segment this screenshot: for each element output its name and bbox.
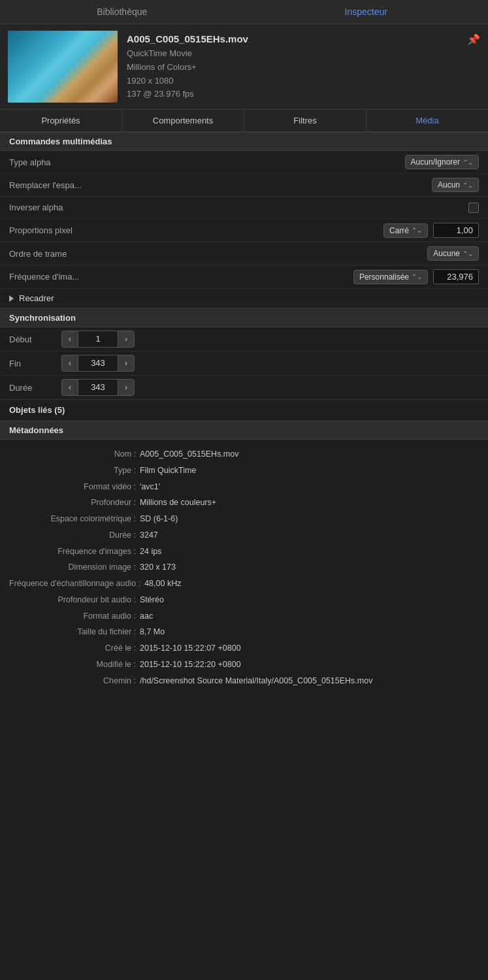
chevron-down-icon-4: ⌃⌄: [463, 250, 473, 257]
metadata-row: Nom :A005_C005_0515EHs.mov: [0, 446, 488, 463]
meta-val: A005_C005_0515EHs.mov: [140, 448, 479, 461]
metadata-row: Format vidéo :'avc1': [0, 479, 488, 495]
file-info: A005_C005_0515EHs.mov QuickTime Movie Mi…: [0, 24, 488, 110]
fin-increment-button[interactable]: ›: [118, 355, 135, 372]
metadata-row: Format audio :aac: [0, 608, 488, 625]
meta-val: 48,00 kHz: [144, 578, 479, 590]
ordre-trame-dropdown[interactable]: Aucune ⌃⌄: [427, 246, 479, 261]
metadata-header: Métadonnées: [0, 421, 488, 440]
file-details: A005_C005_0515EHs.mov QuickTime Movie Mi…: [127, 31, 458, 101]
meta-key: Fréquence d'échantillonnage audio :: [9, 578, 144, 590]
ordre-trame-value: Aucune ⌃⌄: [127, 246, 479, 261]
meta-key: Fréquence d'images :: [9, 546, 140, 558]
remplacer-value: Aucun ⌃⌄: [127, 178, 479, 192]
tab-inspector[interactable]: Inspecteur: [244, 0, 489, 24]
file-name: A005_C005_0515EHs.mov: [127, 33, 458, 44]
meta-key: Profondeur :: [9, 497, 140, 509]
metadata-row: Modifié le :2015-12-10 15:22:20 +0800: [0, 657, 488, 673]
header-tabs: Bibliothèque Inspecteur: [0, 0, 488, 24]
meta-key: Format audio :: [9, 610, 140, 623]
meta-val: Millions de couleurs+: [140, 497, 479, 509]
meta-val: /hd/Screenshot Source Material/Italy/A00…: [140, 675, 479, 687]
meta-val: 2015-12-10 15:22:20 +0800: [140, 659, 479, 671]
meta-val: Film QuickTime: [140, 465, 479, 477]
duree-decrement-button[interactable]: ‹: [61, 379, 78, 396]
debut-value: 1: [78, 331, 118, 348]
ordre-trame-row: Ordre de trame Aucune ⌃⌄: [0, 242, 488, 265]
sync-header: Synchronisation: [0, 308, 488, 327]
meta-val: 24 ips: [140, 546, 479, 558]
recadrer-row[interactable]: Recadrer: [0, 289, 488, 308]
meta-key: Chemin :: [9, 675, 140, 687]
proportions-row: Proportions pixel Carré ⌃⌄ 1,00: [0, 219, 488, 242]
debut-increment-button[interactable]: ›: [118, 331, 135, 348]
thumbnail-image: [8, 31, 118, 103]
fin-decrement-button[interactable]: ‹: [61, 355, 78, 372]
frequence-number-field[interactable]: 23,976: [433, 269, 479, 284]
tab-proprietes[interactable]: Propriétés: [0, 110, 122, 131]
file-resolution: 1920 x 1080: [127, 74, 458, 88]
metadata-row: Profondeur :Millions de couleurs+: [0, 495, 488, 511]
meta-key: Type :: [9, 465, 140, 477]
metadata-row: Durée :3247: [0, 527, 488, 544]
ordre-trame-label: Ordre de trame: [9, 249, 127, 259]
objets-lies-row[interactable]: Objets liés (5): [0, 400, 488, 421]
frequence-dropdown[interactable]: Personnalisée ⌃⌄: [353, 270, 428, 284]
proportions-dropdown-label: Carré: [389, 226, 409, 235]
file-format: QuickTime Movie: [127, 47, 458, 61]
frequence-label: Fréquence d'ima...: [9, 272, 127, 282]
sub-tabs: Propriétés Comportements Filtres Média: [0, 110, 488, 132]
inverser-alpha-row: Inverser alpha: [0, 197, 488, 219]
file-colors: Millions of Colors+: [127, 61, 458, 74]
chevron-down-icon-3: ⌃⌄: [412, 227, 422, 234]
type-alpha-dropdown[interactable]: Aucun/Ignorer ⌃⌄: [405, 155, 479, 169]
frequence-row: Fréquence d'ima... Personnalisée ⌃⌄ 23,9…: [0, 265, 488, 289]
meta-key: Dimension image :: [9, 561, 140, 574]
debut-label: Début: [9, 335, 61, 344]
meta-val: 3247: [140, 529, 479, 542]
debut-decrement-button[interactable]: ‹: [61, 331, 78, 348]
duree-increment-button[interactable]: ›: [118, 379, 135, 396]
objets-lies-label: Objets liés (5): [9, 405, 65, 415]
type-alpha-row: Type alpha Aucun/Ignorer ⌃⌄: [0, 151, 488, 174]
tab-filtres[interactable]: Filtres: [244, 110, 366, 131]
metadata-row: Chemin :/hd/Screenshot Source Material/I…: [0, 673, 488, 689]
duree-label: Durée: [9, 383, 61, 393]
remplacer-dropdown[interactable]: Aucun ⌃⌄: [432, 178, 479, 192]
remplacer-dropdown-label: Aucun: [438, 180, 460, 189]
inverser-alpha-value: [127, 203, 479, 213]
meta-key: Espace colorimétrique :: [9, 513, 140, 525]
type-alpha-label: Type alpha: [9, 157, 127, 167]
meta-val: Stéréo: [140, 594, 479, 606]
pin-icon[interactable]: 📌: [467, 33, 480, 46]
meta-key: Format vidéo :: [9, 481, 140, 493]
remplacer-row: Remplacer l'espa... Aucun ⌃⌄: [0, 174, 488, 197]
tab-comportements[interactable]: Comportements: [122, 110, 244, 131]
inverser-alpha-checkbox[interactable]: [468, 203, 479, 213]
chevron-down-icon: ⌃⌄: [463, 159, 473, 166]
proportions-dropdown[interactable]: Carré ⌃⌄: [383, 223, 428, 238]
meta-key: Créé le :: [9, 642, 140, 655]
remplacer-label: Remplacer l'espa...: [9, 180, 127, 190]
meta-key: Taille du fichier :: [9, 626, 140, 638]
ordre-trame-dropdown-label: Aucune: [433, 249, 460, 258]
recadrer-label: Recadrer: [19, 293, 54, 303]
frequence-dropdown-label: Personnalisée: [359, 272, 409, 282]
inverser-alpha-label: Inverser alpha: [9, 203, 127, 212]
fin-row: Fin ‹ 343 ›: [0, 351, 488, 376]
meta-key: Durée :: [9, 529, 140, 542]
chevron-down-icon-5: ⌃⌄: [412, 273, 422, 280]
proportions-number-field[interactable]: 1,00: [433, 223, 479, 238]
duree-row: Durée ‹ 343 ›: [0, 376, 488, 400]
tab-library[interactable]: Bibliothèque: [0, 0, 244, 24]
meta-val: 8,7 Mo: [140, 626, 479, 638]
meta-val: 'avc1': [140, 481, 479, 493]
frequence-value: Personnalisée ⌃⌄ 23,976: [127, 269, 479, 284]
thumbnail: [8, 31, 118, 103]
tab-media[interactable]: Média: [366, 110, 488, 131]
metadata-row: Fréquence d'échantillonnage audio :48,00…: [0, 576, 488, 592]
meta-key: Modifié le :: [9, 659, 140, 671]
multimedia-header: Commandes multimédias: [0, 132, 488, 151]
metadata-row: Fréquence d'images :24 ips: [0, 544, 488, 560]
type-alpha-value: Aucun/Ignorer ⌃⌄: [127, 155, 479, 169]
